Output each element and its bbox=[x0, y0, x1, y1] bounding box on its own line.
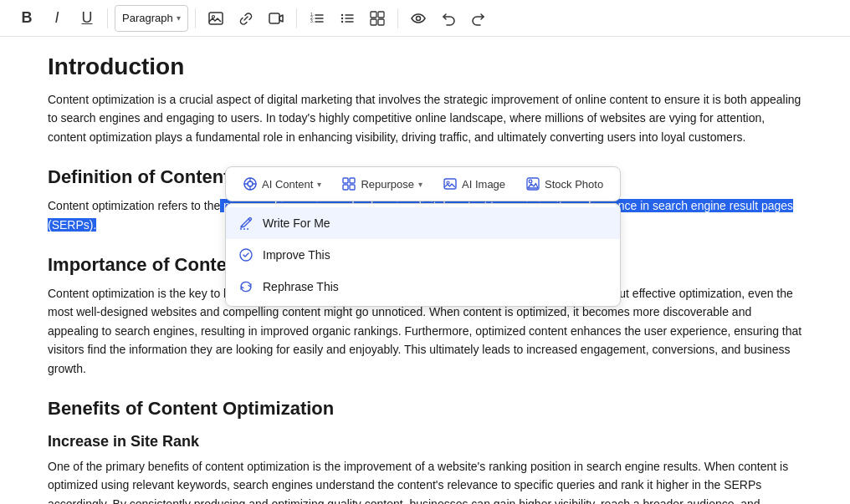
undo-icon bbox=[440, 10, 457, 27]
ai-content-chevron: ▾ bbox=[317, 180, 321, 189]
separator-2 bbox=[195, 8, 196, 28]
write-for-me-item[interactable]: Write For Me bbox=[226, 207, 620, 239]
svg-point-1 bbox=[212, 15, 214, 18]
svg-rect-18 bbox=[343, 185, 348, 190]
svg-rect-16 bbox=[343, 178, 348, 183]
svg-point-13 bbox=[416, 16, 420, 20]
svg-point-24 bbox=[240, 228, 242, 230]
svg-point-22 bbox=[529, 180, 532, 183]
improve-this-item[interactable]: Improve This bbox=[226, 239, 620, 271]
stock-photo-icon bbox=[525, 176, 540, 191]
insert-link-button[interactable] bbox=[233, 5, 259, 32]
svg-rect-9 bbox=[371, 12, 376, 18]
write-for-me-label: Write For Me bbox=[263, 216, 330, 230]
ai-image-label: AI Image bbox=[462, 178, 505, 191]
chevron-down-icon: ▾ bbox=[177, 13, 181, 23]
bold-button[interactable]: B bbox=[13, 5, 40, 32]
svg-rect-2 bbox=[269, 13, 279, 23]
definition-text-start: Content optimization refers to the bbox=[48, 199, 220, 212]
paragraph-style-select[interactable]: Paragraph ▾ bbox=[115, 5, 188, 32]
svg-point-21 bbox=[447, 181, 449, 184]
rephrase-icon bbox=[238, 278, 254, 295]
ai-content-tab[interactable]: AI Content ▾ bbox=[234, 172, 330, 196]
ai-toolbar: AI Content ▾ Repurpose ▾ bbox=[225, 166, 621, 201]
svg-point-6 bbox=[341, 13, 343, 15]
svg-point-27 bbox=[240, 249, 252, 261]
repurpose-icon bbox=[341, 176, 356, 191]
redo-icon bbox=[470, 10, 487, 27]
site-rank-paragraph: One of the primary benefits of content o… bbox=[48, 457, 802, 504]
svg-point-8 bbox=[341, 20, 343, 22]
ordered-list-icon: 1. 2. 3. bbox=[309, 10, 325, 27]
improve-this-label: Improve This bbox=[263, 248, 330, 262]
svg-rect-17 bbox=[350, 178, 355, 183]
site-rank-heading: Increase in Site Rank bbox=[48, 433, 802, 451]
rephrase-this-label: Rephrase This bbox=[263, 280, 339, 293]
undo-button[interactable] bbox=[435, 5, 462, 32]
svg-rect-19 bbox=[350, 185, 355, 190]
improve-icon bbox=[238, 247, 254, 263]
write-icon bbox=[238, 215, 254, 232]
video-icon bbox=[268, 10, 284, 27]
repurpose-tab[interactable]: Repurpose ▾ bbox=[333, 172, 431, 196]
svg-rect-12 bbox=[378, 19, 384, 25]
preview-button[interactable] bbox=[405, 5, 432, 32]
editor-content: Introduction Content optimization is a c… bbox=[0, 37, 850, 504]
ai-content-label: AI Content bbox=[262, 178, 313, 191]
ai-content-icon bbox=[243, 176, 258, 191]
insert-table-button[interactable] bbox=[364, 5, 391, 32]
unordered-list-button[interactable] bbox=[334, 5, 361, 32]
paragraph-label: Paragraph bbox=[122, 12, 173, 24]
svg-point-26 bbox=[247, 228, 248, 230]
underline-button[interactable]: U bbox=[74, 5, 100, 32]
svg-rect-10 bbox=[378, 12, 384, 18]
benefits-heading: Benefits of Content Optimization bbox=[48, 398, 802, 420]
stock-photo-label: Stock Photo bbox=[545, 178, 603, 191]
svg-text:3.: 3. bbox=[310, 18, 314, 23]
svg-rect-11 bbox=[371, 19, 376, 25]
separator-4 bbox=[397, 8, 398, 28]
rephrase-this-item[interactable]: Rephrase This bbox=[226, 271, 620, 303]
ordered-list-button[interactable]: 1. 2. 3. bbox=[304, 5, 330, 32]
ai-image-tab[interactable]: AI Image bbox=[434, 172, 514, 196]
link-icon bbox=[238, 10, 254, 27]
ai-dropdown-container: AI Content ▾ Repurpose ▾ bbox=[225, 166, 621, 307]
intro-paragraph: Content optimization is a crucial aspect… bbox=[48, 90, 802, 146]
redo-button[interactable] bbox=[465, 5, 492, 32]
intro-heading: Introduction bbox=[48, 53, 802, 80]
separator-1 bbox=[107, 8, 108, 28]
svg-point-25 bbox=[243, 228, 245, 230]
image-icon bbox=[207, 10, 224, 27]
unordered-list-icon bbox=[339, 10, 356, 27]
svg-point-15 bbox=[248, 181, 253, 186]
italic-button[interactable]: I bbox=[44, 5, 70, 32]
stock-photo-tab[interactable]: Stock Photo bbox=[517, 172, 612, 196]
eye-icon bbox=[410, 10, 427, 27]
ai-submenu: Write For Me Improve This bbox=[225, 203, 621, 307]
svg-point-7 bbox=[341, 17, 343, 18]
table-icon bbox=[369, 10, 386, 27]
repurpose-chevron: ▾ bbox=[418, 180, 422, 189]
insert-video-button[interactable] bbox=[263, 5, 289, 32]
separator-3 bbox=[296, 8, 297, 28]
svg-rect-0 bbox=[209, 13, 223, 24]
repurpose-label: Repurpose bbox=[361, 178, 414, 191]
editor-toolbar: B I U Paragraph ▾ 1. 2 bbox=[0, 0, 850, 37]
insert-image-button[interactable] bbox=[202, 5, 229, 32]
svg-rect-20 bbox=[444, 179, 456, 189]
ai-image-icon bbox=[443, 176, 458, 191]
